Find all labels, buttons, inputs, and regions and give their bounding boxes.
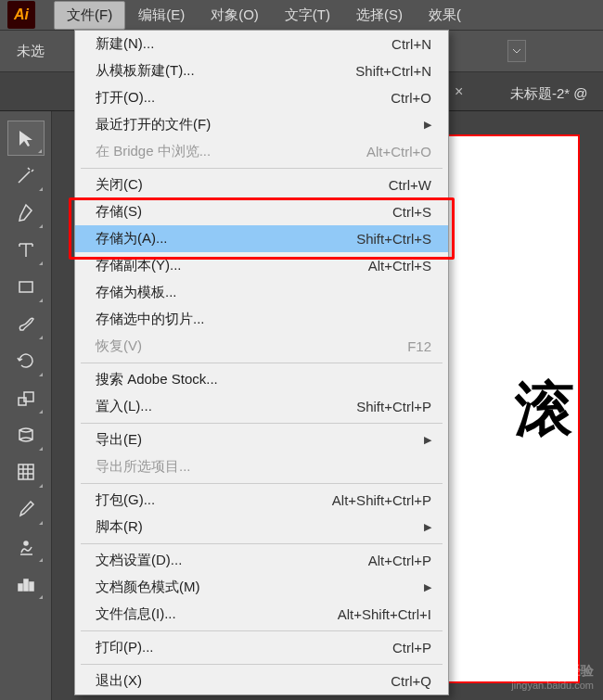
menu-item[interactable]: 存储(S)Ctrl+S xyxy=(75,198,448,225)
menu-item[interactable]: 搜索 Adobe Stock... xyxy=(75,366,448,393)
menu-item[interactable]: 打开(O)...Ctrl+O xyxy=(75,84,448,111)
document-tab[interactable]: 未标题-2* @ xyxy=(497,78,601,110)
submenu-arrow-icon: ▶ xyxy=(424,434,431,446)
tool-flyout-indicator xyxy=(39,558,43,562)
svg-rect-7 xyxy=(30,582,33,591)
magic-wand-tool[interactable] xyxy=(7,158,45,193)
menu-item[interactable]: 关闭(C)Ctrl+W xyxy=(75,172,448,198)
selection-icon xyxy=(16,128,36,148)
pen-tool[interactable] xyxy=(7,195,45,230)
submenu-arrow-icon: ▶ xyxy=(424,119,431,131)
menu-item-shortcut: Ctrl+O xyxy=(391,90,431,106)
tool-flyout-indicator xyxy=(39,336,43,339)
menu-item[interactable]: 文档设置(D)...Alt+Ctrl+P xyxy=(75,547,448,574)
tool-flyout-indicator xyxy=(39,595,43,599)
rotate-icon xyxy=(16,350,36,371)
tool-flyout-indicator xyxy=(39,521,43,525)
selection-label: 未选 xyxy=(17,43,45,60)
menu-item-label: 搜索 Adobe Stock... xyxy=(96,371,218,388)
menu-item[interactable]: 导出(E)▶ xyxy=(75,426,448,453)
tool-flyout-indicator xyxy=(39,447,43,451)
menu-item-shortcut: Ctrl+W xyxy=(389,177,431,193)
grid-tool[interactable] xyxy=(7,454,45,490)
menu-item-label: 打开(O)... xyxy=(96,89,155,107)
menu-item-label: 存储副本(Y)... xyxy=(96,257,182,274)
rotate-tool[interactable] xyxy=(7,343,45,378)
svg-rect-3 xyxy=(19,465,33,479)
menu-item[interactable]: 文档颜色模式(M)▶ xyxy=(75,574,448,601)
menu-select[interactable]: 选择(S) xyxy=(343,1,416,30)
menu-item[interactable]: 存储副本(Y)...Alt+Ctrl+S xyxy=(75,252,448,279)
menu-item[interactable]: 存储为模板... xyxy=(75,279,448,306)
menu-item[interactable]: 置入(L)...Shift+Ctrl+P xyxy=(75,393,448,420)
menu-item[interactable]: 存储为(A)...Shift+Ctrl+S xyxy=(75,225,448,252)
submenu-arrow-icon: ▶ xyxy=(424,581,431,593)
menubar: Ai 文件(F)编辑(E)对象(O)文字(T)选择(S)效果( xyxy=(0,0,603,30)
selection-tool[interactable] xyxy=(7,121,45,156)
column-graph-tool[interactable] xyxy=(7,566,45,601)
tool-flyout-indicator xyxy=(39,373,43,376)
menu-item[interactable]: 文件信息(I)...Alt+Shift+Ctrl+I xyxy=(75,601,448,628)
toolbar-dropdown[interactable] xyxy=(507,40,526,62)
tool-flyout-indicator xyxy=(39,224,43,228)
menu-item[interactable]: 新建(N)...Ctrl+N xyxy=(75,31,448,57)
menu-item-label: 存储(S) xyxy=(96,203,142,221)
menu-effect[interactable]: 效果( xyxy=(416,1,474,30)
menu-item-label: 文档颜色模式(M) xyxy=(96,579,200,596)
menu-item-shortcut: Ctrl+Q xyxy=(391,673,431,689)
menu-item[interactable]: 存储选中的切片... xyxy=(75,306,448,333)
submenu-arrow-icon: ▶ xyxy=(424,521,431,533)
rectangle-tool[interactable] xyxy=(7,269,45,304)
menu-item[interactable]: 退出(X)Ctrl+Q xyxy=(75,668,448,694)
app-logo-text: Ai xyxy=(14,6,29,23)
rectangle-icon xyxy=(16,276,36,297)
menu-item-shortcut: Ctrl+S xyxy=(392,204,431,220)
menu-item-label: 关闭(C) xyxy=(96,176,143,194)
brush-tool[interactable] xyxy=(7,306,45,341)
warp-tool[interactable] xyxy=(7,417,45,452)
menu-separator xyxy=(81,168,443,169)
menu-item-label: 存储选中的切片... xyxy=(96,311,205,328)
watermark-url: jingyan.baidu.com xyxy=(511,680,594,691)
menu-item-label: 在 Bridge 中浏览... xyxy=(96,143,211,160)
menu-item-label: 从模板新建(T)... xyxy=(96,62,195,80)
menu-item-label: 新建(N)... xyxy=(96,35,154,53)
menu-separator xyxy=(81,423,443,424)
menu-item-label: 文件信息(I)... xyxy=(96,605,176,623)
menu-item-label: 导出所选项目... xyxy=(96,458,191,476)
svg-rect-0 xyxy=(19,282,32,292)
tool-flyout-indicator xyxy=(39,410,43,414)
chevron-down-icon xyxy=(512,48,521,54)
tab-close-icon[interactable]: × xyxy=(455,83,463,100)
eyedropper-tool[interactable] xyxy=(7,491,45,527)
menu-item-label: 文档设置(D)... xyxy=(96,552,182,569)
menu-item-label: 退出(X) xyxy=(96,672,142,690)
pen-icon xyxy=(16,202,36,223)
menu-item-shortcut: Alt+Ctrl+P xyxy=(368,553,431,568)
menu-item[interactable]: 最近打开的文件(F)▶ xyxy=(75,111,448,138)
brush-icon xyxy=(16,313,36,334)
menu-item-shortcut: Shift+Ctrl+S xyxy=(356,231,431,247)
menu-separator xyxy=(81,363,443,363)
menu-item-shortcut: Alt+Shift+Ctrl+I xyxy=(338,606,431,622)
tool-flyout-indicator xyxy=(39,187,43,191)
tool-flyout-indicator xyxy=(39,261,43,265)
menu-edit[interactable]: 编辑(E) xyxy=(125,1,198,30)
artboard-text: 滚 xyxy=(515,369,578,450)
scale-tool[interactable] xyxy=(7,380,45,415)
symbol-tool[interactable] xyxy=(7,528,45,564)
menu-object[interactable]: 对象(O) xyxy=(198,1,272,30)
menu-type[interactable]: 文字(T) xyxy=(272,1,343,30)
menu-item-shortcut: F12 xyxy=(407,338,431,354)
menu-item[interactable]: 脚本(R)▶ xyxy=(75,514,448,541)
column-graph-icon xyxy=(16,573,36,593)
type-tool[interactable] xyxy=(7,232,45,267)
watermark: Baidu 经验 jingyan.baidu.com xyxy=(511,663,594,691)
menu-item[interactable]: 打包(G)...Alt+Shift+Ctrl+P xyxy=(75,487,448,514)
svg-rect-5 xyxy=(19,584,22,591)
menu-item[interactable]: 从模板新建(T)...Shift+Ctrl+N xyxy=(75,57,448,84)
menu-separator xyxy=(81,543,443,544)
menu-item[interactable]: 打印(P)...Ctrl+P xyxy=(75,634,448,661)
type-icon xyxy=(16,239,36,260)
menu-file[interactable]: 文件(F) xyxy=(54,1,125,30)
